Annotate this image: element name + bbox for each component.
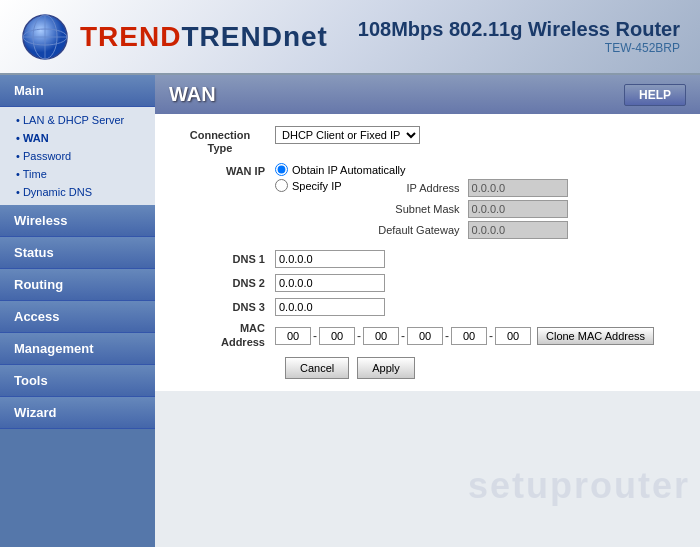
form-buttons: Cancel Apply (285, 357, 680, 379)
sidebar-item-status[interactable]: Status (0, 237, 155, 269)
mac-sep-5: - (489, 329, 493, 343)
default-gateway-label: Default Gateway (368, 224, 468, 236)
mac-sep-3: - (401, 329, 405, 343)
specify-ip-radio-row: Specify IP (275, 179, 342, 192)
mac-octet-3[interactable] (363, 327, 399, 345)
page-title: WAN (169, 83, 216, 106)
dns3-input[interactable] (275, 298, 385, 316)
subnet-mask-row: Subnet Mask (368, 200, 568, 218)
sidebar-item-wan[interactable]: WAN (0, 129, 155, 147)
mac-sep-2: - (357, 329, 361, 343)
logo-area: TRENDTRENDnet (20, 12, 328, 62)
sidebar-item-password[interactable]: Password (0, 147, 155, 165)
mac-octet-1[interactable] (275, 327, 311, 345)
sidebar-item-lan-dhcp[interactable]: LAN & DHCP Server (0, 111, 155, 129)
wan-ip-options: Obtain IP Automatically Specify IP IP Ad… (275, 163, 568, 242)
product-info: 108Mbps 802.11g Wireless Router TEW-452B… (358, 18, 680, 55)
mac-octet-2[interactable] (319, 327, 355, 345)
specify-ip-label: Specify IP (292, 180, 342, 192)
form-area: ConnectionType DHCP Client or Fixed IP W… (155, 114, 700, 391)
dns3-label: DNS 3 (175, 301, 275, 313)
mac-octet-6[interactable] (495, 327, 531, 345)
mac-octet-4[interactable] (407, 327, 443, 345)
content-header: WAN HELP (155, 75, 700, 114)
dns3-row: DNS 3 (175, 298, 680, 316)
sidebar-item-main[interactable]: Main (0, 75, 155, 107)
header: TRENDTRENDnet 108Mbps 802.11g Wireless R… (0, 0, 700, 75)
product-model: TEW-452BRP (358, 41, 680, 55)
logo-globe-icon (20, 12, 70, 62)
main-layout: Main LAN & DHCP Server WAN Password Time… (0, 75, 700, 547)
default-gateway-input[interactable] (468, 221, 568, 239)
clone-mac-button[interactable]: Clone MAC Address (537, 327, 654, 345)
subnet-mask-input[interactable] (468, 200, 568, 218)
mac-sep-4: - (445, 329, 449, 343)
watermark: setuprouter (468, 465, 690, 507)
dns1-label: DNS 1 (175, 253, 275, 265)
apply-button[interactable]: Apply (357, 357, 415, 379)
sidebar-item-dynamic-dns[interactable]: Dynamic DNS (0, 183, 155, 201)
subnet-mask-label: Subnet Mask (368, 203, 468, 215)
sidebar-item-tools[interactable]: Tools (0, 365, 155, 397)
sidebar-item-wizard[interactable]: Wizard (0, 397, 155, 429)
ip-address-input[interactable] (468, 179, 568, 197)
wan-ip-label: WAN IP (175, 163, 275, 177)
obtain-ip-option: Obtain IP Automatically (275, 163, 568, 176)
sidebar-item-management[interactable]: Management (0, 333, 155, 365)
wan-ip-row: WAN IP Obtain IP Automatically Specify I… (175, 163, 680, 242)
content-area: WAN HELP ConnectionType DHCP Client or F… (155, 75, 700, 547)
sidebar-item-time[interactable]: Time (0, 165, 155, 183)
connection-type-row: ConnectionType DHCP Client or Fixed IP (175, 126, 680, 155)
connection-type-label: ConnectionType (175, 126, 275, 155)
mac-sep-1: - (313, 329, 317, 343)
dns1-input[interactable] (275, 250, 385, 268)
sidebar: Main LAN & DHCP Server WAN Password Time… (0, 75, 155, 547)
obtain-ip-label: Obtain IP Automatically (292, 164, 406, 176)
sidebar-main-submenu: LAN & DHCP Server WAN Password Time Dyna… (0, 107, 155, 205)
specify-ip-radio[interactable] (275, 179, 288, 192)
dns2-input[interactable] (275, 274, 385, 292)
dns1-row: DNS 1 (175, 250, 680, 268)
brand-name: TRENDTRENDnet (80, 21, 328, 53)
cancel-button[interactable]: Cancel (285, 357, 349, 379)
dns2-label: DNS 2 (175, 277, 275, 289)
sidebar-item-wireless[interactable]: Wireless (0, 205, 155, 237)
sidebar-item-routing[interactable]: Routing (0, 269, 155, 301)
obtain-ip-radio[interactable] (275, 163, 288, 176)
ip-address-row: IP Address (368, 179, 568, 197)
mac-address-row: MACAddress - - - - - Clone MAC Address (175, 322, 680, 348)
help-button[interactable]: HELP (624, 84, 686, 106)
specify-ip-option: Specify IP IP Address Subnet Mask (275, 179, 568, 242)
default-gateway-row: Default Gateway (368, 221, 568, 239)
dns2-row: DNS 2 (175, 274, 680, 292)
specify-ip-fields: IP Address Subnet Mask Default Gateway (350, 179, 568, 242)
product-title: 108Mbps 802.11g Wireless Router (358, 18, 680, 41)
connection-type-value: DHCP Client or Fixed IP (275, 126, 420, 144)
sidebar-item-access[interactable]: Access (0, 301, 155, 333)
connection-type-select[interactable]: DHCP Client or Fixed IP (275, 126, 420, 144)
mac-octet-5[interactable] (451, 327, 487, 345)
ip-address-label: IP Address (368, 182, 468, 194)
mac-address-label: MACAddress (175, 322, 275, 348)
